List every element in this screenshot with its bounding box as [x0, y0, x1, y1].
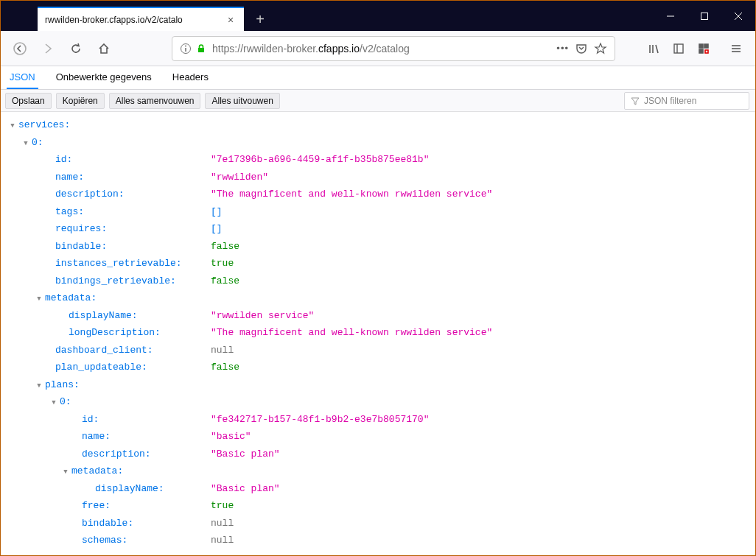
lock-icon [196, 43, 206, 54]
maximize-button[interactable] [687, 1, 721, 31]
svg-point-4 [14, 43, 26, 54]
svg-point-7 [185, 45, 186, 46]
save-button[interactable]: Opslaan [5, 93, 52, 109]
minimize-button[interactable] [654, 1, 687, 31]
svg-rect-17 [705, 50, 708, 53]
menu-icon[interactable] [724, 37, 748, 60]
twisty-icon[interactable]: ▼ [35, 291, 43, 309]
svg-rect-1 [701, 13, 708, 19]
tab-json[interactable]: JSON [7, 66, 38, 89]
info-icon [180, 43, 192, 54]
svg-rect-14 [699, 44, 703, 48]
twisty-icon[interactable]: ▼ [21, 136, 30, 153]
library-icon[interactable] [642, 37, 665, 60]
svg-rect-16 [699, 49, 703, 53]
tab-title: rwwilden-broker.cfapps.io/v2/catalo [45, 15, 225, 25]
json-toolbar: Opslaan Kopiëren Alles samenvouwen Alles… [1, 90, 755, 112]
page-actions-icon[interactable]: ••• [556, 43, 569, 54]
copy-button[interactable]: Kopiëren [56, 93, 105, 109]
pocket-icon[interactable] [575, 42, 588, 55]
sidebar-icon[interactable] [667, 37, 690, 60]
back-button[interactable] [8, 37, 32, 60]
browser-tab[interactable]: rwwilden-broker.cfapps.io/v2/catalo × [38, 7, 244, 31]
navbar: https://rwwilden-broker.cfapps.io/v2/cat… [1, 31, 755, 66]
titlebar: rwwilden-broker.cfapps.io/v2/catalo × + [1, 1, 755, 31]
addon-icon[interactable] [692, 37, 715, 60]
json-tree: ▼services: ▼0: ▼id:"7e17396b-a696-4459-a… [1, 112, 755, 556]
close-window-button[interactable] [721, 1, 755, 31]
svg-rect-8 [198, 48, 204, 52]
filter-input[interactable]: JSON filteren [624, 92, 749, 110]
svg-rect-15 [704, 44, 708, 48]
twisty-icon[interactable]: ▼ [49, 395, 58, 412]
svg-rect-12 [674, 44, 683, 53]
svg-line-11 [656, 45, 658, 53]
expand-all-button[interactable]: Alles uitvouwen [205, 93, 279, 109]
filter-icon [631, 96, 640, 105]
forward-button[interactable] [36, 37, 60, 60]
tab-headers[interactable]: Headers [169, 66, 211, 89]
window-controls [654, 1, 755, 31]
site-identity[interactable] [180, 43, 206, 54]
twisty-icon[interactable]: ▼ [8, 118, 17, 136]
twisty-icon[interactable]: ▼ [61, 464, 70, 482]
tab-raw[interactable]: Onbewerkte gegevens [53, 66, 155, 89]
twisty-icon[interactable]: ▼ [35, 378, 43, 395]
view-tabs: JSON Onbewerkte gegevens Headers [1, 66, 755, 90]
home-button[interactable] [92, 37, 116, 60]
close-tab-icon[interactable]: × [225, 14, 237, 26]
bookmark-star-icon[interactable] [594, 42, 607, 55]
url-bar[interactable]: https://rwwilden-broker.cfapps.io/v2/cat… [172, 36, 615, 61]
new-tab-button[interactable]: + [250, 9, 270, 29]
collapse-all-button[interactable]: Alles samenvouwen [109, 93, 201, 109]
url-text: https://rwwilden-broker.cfapps.io/v2/cat… [212, 43, 550, 54]
reload-button[interactable] [64, 37, 88, 60]
